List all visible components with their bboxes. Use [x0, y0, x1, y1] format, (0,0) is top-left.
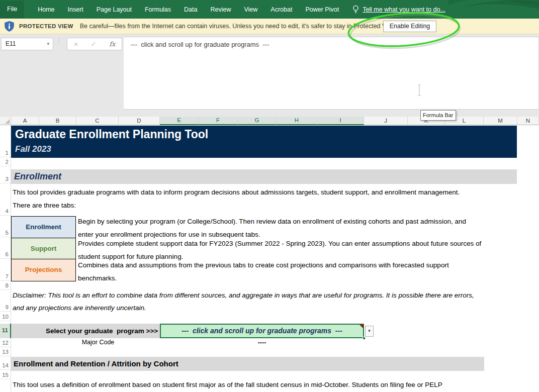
ibeam-cursor	[419, 85, 420, 95]
support-desc-line-1: Provides complete student support data f…	[78, 240, 481, 247]
tell-me-label: Tell me what you want to do...	[363, 6, 445, 13]
projections-desc-line-1: Combines data and assumptions from the p…	[78, 261, 449, 269]
excel-window: File Home Insert Page Layout Formulas Da…	[0, 0, 539, 392]
protected-view-bar: PROTECTED VIEW Be careful—files from the…	[0, 19, 539, 34]
projections-desc-line-2: benchmarks.	[78, 274, 117, 282]
intro-line-1: This tool provides graduate programs wit…	[13, 188, 460, 196]
formula-bar-tooltip: Formula Bar	[420, 110, 456, 121]
page-title: Graduate Enrollment Planning Tool	[15, 128, 208, 141]
row-header-10[interactable]: 10	[0, 313, 11, 321]
disclaimer-line-2: and any projections are inherently uncer…	[13, 304, 146, 312]
column-header-b[interactable]: B	[39, 117, 76, 125]
row-header-4[interactable]: 4	[0, 207, 11, 216]
row-header-14[interactable]: 14	[0, 361, 11, 370]
ribbon-tab-review[interactable]: Review	[210, 6, 231, 13]
major-code-label: Major Code	[65, 339, 131, 346]
column-header-d[interactable]: D	[119, 117, 160, 125]
formula-bar-content: --- click and scroll up for graduate pro…	[131, 41, 269, 48]
enable-editing-button[interactable]: Enable Editing	[383, 21, 436, 32]
formula-bar-splitter[interactable]: ⋮	[56, 38, 61, 50]
column-header-n[interactable]: N	[517, 117, 539, 125]
title-banner: Graduate Enrollment Planning Tool Fall 2…	[11, 126, 517, 158]
ribbon-tab-view[interactable]: View	[244, 6, 257, 13]
row-header-3[interactable]: 3	[0, 175, 11, 183]
formula-buttons: × ✓ fx	[67, 38, 122, 50]
column-header-a[interactable]: A	[11, 117, 39, 125]
comment-indicator	[360, 325, 363, 328]
row-header-1[interactable]: 1	[0, 149, 11, 157]
tab-legend-enrollment: Enrollment	[11, 216, 76, 238]
select-all-triangle-icon	[5, 119, 10, 124]
row-header-11[interactable]: 11	[0, 324, 11, 338]
ribbon-tab-page-layout[interactable]: Page Layout	[97, 6, 132, 13]
worksheet-grid: 1 2 3 4 5 6 7 8 9 10 11 12 13 14 15 Grad…	[0, 125, 539, 392]
section-header-enrollment: Enrollment	[11, 169, 517, 184]
column-header-c[interactable]: C	[76, 117, 119, 125]
row-header-7[interactable]: 7	[0, 272, 11, 281]
support-desc-line-2: student support for future planning.	[78, 253, 183, 260]
row-header-2[interactable]: 2	[0, 158, 11, 166]
column-header-row: A B C D E F G H I J K L M N	[0, 117, 539, 125]
cancel-icon[interactable]: ×	[74, 40, 78, 48]
disclaimer-line-1: Disclaimer: This tool is an effort to co…	[13, 291, 474, 299]
cell-dropdown-button[interactable]: ▼	[365, 326, 374, 337]
shield-icon	[5, 21, 14, 32]
column-header-j[interactable]: J	[364, 117, 408, 125]
ribbon-tab-home[interactable]: Home	[38, 6, 54, 13]
row-header-12[interactable]: 12	[0, 339, 11, 347]
ribbon-tab-bar: File Home Insert Page Layout Formulas Da…	[0, 0, 539, 19]
ribbon-tab-formulas[interactable]: Formulas	[145, 6, 171, 13]
enrollment-desc-line-2: enter your enrollment projections for us…	[78, 231, 260, 238]
column-header-f[interactable]: F	[199, 117, 238, 125]
ribbon-tab-power-pivot[interactable]: Power Pivot	[305, 6, 339, 13]
ribbon-tab-data[interactable]: Data	[184, 6, 197, 13]
row-header-6[interactable]: 6	[0, 250, 11, 259]
name-box[interactable]: E11 ▾	[1, 38, 53, 50]
row-header-8[interactable]: 8	[0, 281, 11, 290]
row-header-15[interactable]: 15	[0, 371, 11, 379]
tab-legend-support: Support	[11, 238, 76, 260]
program-select-label: Select your graduate program >>>	[11, 324, 160, 338]
footer-text-line: This tool uses a definition of enrollmen…	[13, 381, 442, 388]
section-header-cohort: Enrollment and Retention / Attrition by …	[11, 357, 484, 371]
ribbon-tab-insert[interactable]: Insert	[68, 6, 83, 13]
select-all-corner[interactable]	[0, 117, 11, 125]
column-header-h[interactable]: H	[277, 117, 317, 125]
lightbulb-icon	[352, 5, 359, 14]
row-header-9[interactable]: 9	[0, 303, 11, 312]
name-box-dropdown-icon[interactable]: ▾	[47, 38, 49, 50]
column-header-e[interactable]: E	[160, 117, 199, 125]
insert-function-icon[interactable]: fx	[109, 40, 115, 48]
ribbon-tab-acrobat[interactable]: Acrobat	[271, 6, 292, 13]
enrollment-desc-line-1: Begin by selecting your program (or Coll…	[78, 218, 466, 225]
enter-icon[interactable]: ✓	[91, 40, 97, 48]
protected-view-label: PROTECTED VIEW	[19, 23, 73, 29]
column-header-g[interactable]: G	[238, 117, 277, 125]
formula-bar-input[interactable]: --- click and scroll up for graduate pro…	[124, 37, 539, 110]
page-subtitle: Fall 2023	[15, 144, 51, 154]
program-select-cell[interactable]: --- click and scroll up for graduate pro…	[160, 324, 364, 338]
name-box-value: E11	[6, 40, 16, 47]
ribbon-tab-file[interactable]: File	[0, 1, 24, 18]
tab-legend-projections: Projections	[11, 259, 76, 281]
ribbon-theme-decoration	[433, 0, 539, 19]
column-header-m[interactable]: M	[484, 117, 517, 125]
column-header-i[interactable]: I	[317, 117, 364, 125]
program-select-value: --- click and scroll up for graduate pro…	[161, 325, 363, 337]
protected-view-message: Be careful—files from the Internet can c…	[80, 23, 397, 30]
major-code-value: ----	[160, 339, 364, 346]
row-header-5[interactable]: 5	[0, 229, 11, 237]
intro-line-2: There are three tabs:	[13, 202, 76, 209]
tell-me-box[interactable]: Tell me what you want to do...	[352, 5, 445, 14]
row-header-13[interactable]: 13	[0, 348, 11, 356]
